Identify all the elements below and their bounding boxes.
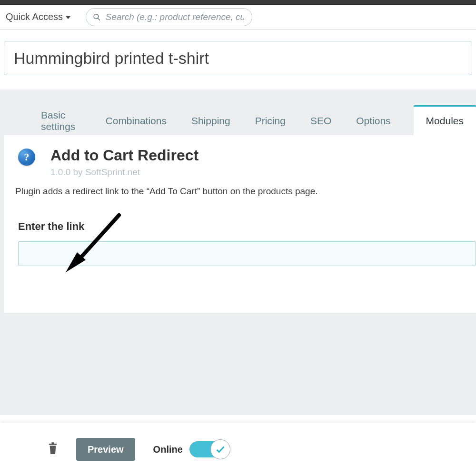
quick-access-menu[interactable]: Quick Access [6,11,70,22]
link-field-label: Enter the link [15,220,476,233]
tab-combinations[interactable]: Combinations [104,107,169,135]
check-icon [215,444,226,455]
search-input[interactable] [106,12,245,22]
help-icon[interactable]: ? [18,149,35,166]
tab-pricing[interactable]: Pricing [253,107,288,135]
tab-seo[interactable]: SEO [308,107,333,135]
online-label: Online [153,444,183,455]
online-toggle-group: Online [153,439,230,459]
trash-icon [48,442,58,455]
product-name-input[interactable] [4,41,472,75]
tab-label: Combinations [106,115,167,127]
chevron-down-icon [66,16,70,19]
tab-shipping[interactable]: Shipping [189,107,232,135]
tab-label: Basic settings [41,109,81,132]
preview-button[interactable]: Preview [76,438,135,461]
browser-chrome [0,0,476,5]
below-panel [0,313,476,415]
search-icon [93,13,101,21]
svg-rect-4 [49,444,57,445]
tab-label: Modules [426,115,464,127]
svg-rect-5 [51,442,54,444]
online-toggle[interactable] [189,439,230,459]
delete-button[interactable] [48,442,58,456]
footer-bar: Preview Online [0,423,476,476]
tab-modules[interactable]: Modules [414,107,476,135]
title-area [0,30,476,89]
module-subtitle: 1.0.0 by SoftSprint.net [50,167,476,178]
tab-basic-settings[interactable]: Basic settings [39,107,83,135]
toggle-knob [210,439,230,459]
module-panel: ? Add to Cart Redirect 1.0.0 by SoftSpri… [4,135,476,313]
tab-label: Pricing [255,115,286,127]
svg-line-1 [98,18,100,20]
tab-label: SEO [310,115,331,127]
search-wrap[interactable] [86,8,252,26]
redirect-link-input[interactable] [18,241,476,266]
module-title: Add to Cart Redirect [50,147,476,164]
module-description: Plugin adds a redirect link to the “Add … [15,186,476,197]
module-head: Add to Cart Redirect 1.0.0 by SoftSprint… [15,147,476,178]
tabs-area: Basic settings Combinations Shipping Pri… [0,89,476,415]
tab-label: Shipping [191,115,230,127]
quick-access-label: Quick Access [6,11,63,22]
tab-options[interactable]: Options [354,107,392,135]
tab-label: Options [356,115,390,127]
tabs: Basic settings Combinations Shipping Pri… [0,107,476,135]
top-bar: Quick Access [0,5,476,30]
